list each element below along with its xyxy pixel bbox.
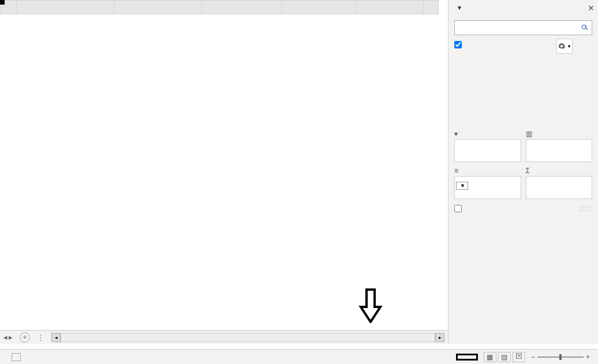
area-columns[interactable]: ▥ bbox=[526, 130, 593, 162]
col-hdr-E[interactable] bbox=[356, 1, 424, 14]
macro-record-icon[interactable] bbox=[12, 353, 21, 361]
col-hdr-F[interactable] bbox=[424, 1, 439, 14]
search-input[interactable] bbox=[454, 20, 592, 35]
rows-icon: ≡ bbox=[454, 167, 458, 175]
horizontal-scrollbar[interactable]: ◂▸ bbox=[51, 333, 444, 342]
col-hdr-A[interactable] bbox=[16, 1, 114, 14]
col-hdr-B[interactable] bbox=[114, 1, 202, 14]
pivot-fields-panel: ✕ ▼ ▼ ▾ ▥ ≡ ▼ bbox=[448, 0, 598, 344]
sheet-tab-strip: ◂▸ ＋ ⋮ ◂▸ bbox=[0, 330, 448, 344]
values-icon: Σ bbox=[526, 167, 530, 175]
gear-icon[interactable]: ▼ bbox=[556, 39, 573, 54]
panel-title: ▼ bbox=[454, 5, 592, 11]
columns-icon: ▥ bbox=[526, 130, 532, 138]
area-values[interactable]: Σ bbox=[526, 167, 593, 199]
search-icon bbox=[580, 23, 589, 32]
col-hdr-C[interactable] bbox=[201, 1, 282, 14]
add-sheet-button[interactable]: ＋ bbox=[20, 332, 30, 343]
view-page-layout-icon[interactable]: ▤ bbox=[498, 352, 511, 362]
filter-icon: ▾ bbox=[454, 130, 458, 138]
area-filters[interactable]: ▾ bbox=[454, 130, 521, 162]
tab-nav[interactable]: ◂▸ bbox=[0, 333, 16, 342]
close-icon[interactable]: ✕ bbox=[588, 3, 595, 13]
annotation-down-arrow bbox=[358, 288, 383, 323]
rows-chip-customer[interactable]: ▼ bbox=[456, 182, 468, 190]
select-all-corner[interactable] bbox=[1, 1, 17, 14]
col-hdr-D[interactable] bbox=[282, 1, 356, 14]
zoom-slider[interactable]: −+ bbox=[531, 353, 590, 361]
status-count bbox=[456, 354, 478, 361]
defer-checkbox[interactable] bbox=[454, 205, 462, 212]
area-rows[interactable]: ≡ ▼ bbox=[454, 167, 521, 199]
worksheet-grid[interactable] bbox=[0, 0, 439, 14]
update-button[interactable] bbox=[580, 207, 592, 211]
view-normal-icon[interactable]: ▦ bbox=[484, 352, 496, 362]
status-bar: ▦ ▤ 凹 −+ bbox=[0, 349, 598, 364]
view-page-break-icon[interactable]: 凹 bbox=[513, 352, 525, 362]
